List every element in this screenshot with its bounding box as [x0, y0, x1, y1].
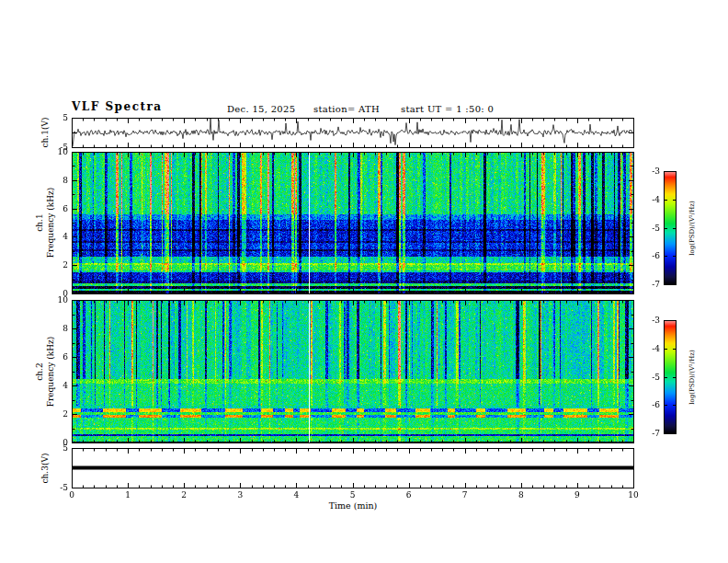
colorbar-tick-label: -4 — [638, 195, 660, 204]
colorbar-tick-label: -3 — [638, 316, 660, 325]
colorbar-tick-label: -6 — [638, 400, 660, 409]
ch2-frequency-tick-label: 10 — [42, 295, 68, 304]
ch1-frequency-tick-label: 10 — [42, 147, 68, 156]
ch1-frequency-tick-label: 2 — [42, 260, 68, 270]
x-tick-label: 3 — [231, 490, 249, 500]
ch1-frequency-tick-label: 8 — [42, 176, 68, 185]
station-label: station= ATH — [313, 105, 380, 114]
ch3-voltage-tick-label: 5 — [42, 443, 68, 453]
ch3-waveform-ylabel: ch.3(V) — [40, 454, 50, 484]
ch1-spectrogram — [72, 152, 634, 294]
colorbar1-label: log(PSD)/(V²/Hz) — [688, 201, 697, 255]
date-label: Dec. 15, 2025 — [227, 105, 295, 114]
ch2-frequency-tick-label: 2 — [42, 409, 68, 419]
x-tick-label: 5 — [344, 490, 362, 500]
start-ut-label: start UT = 1 :50: 0 — [401, 105, 494, 114]
ch2-frequency-tick-label: 0 — [42, 438, 68, 447]
ch2-spectrogram-channel-label: ch.2 — [35, 362, 44, 380]
colorbar-tick-label: -7 — [638, 429, 660, 438]
x-tick-label: 8 — [512, 490, 530, 500]
ch3-voltage-tick-label: -5 — [42, 483, 68, 492]
x-tick-label: 2 — [175, 490, 193, 500]
x-tick-label: 0 — [63, 490, 81, 500]
x-tick-label: 9 — [568, 490, 586, 500]
x-tick-label: 1 — [119, 490, 137, 500]
colorbar-tick-label: -7 — [638, 280, 660, 289]
x-axis-label: Time (min) — [329, 501, 378, 511]
figure-title: VLF Spectra — [72, 102, 163, 111]
ch1-spectrogram-channel-label: ch.1 — [35, 213, 44, 231]
colorbar-tick-label: -5 — [638, 373, 660, 382]
colorbar-tick-label: -5 — [638, 224, 660, 233]
colorbar2-label: log(PSD)/(V²/Hz) — [688, 350, 697, 404]
x-tick-label: 4 — [287, 490, 305, 500]
x-tick-label: 10 — [624, 490, 643, 500]
x-tick-label: 7 — [456, 490, 474, 500]
ch1-waveform-ylabel: ch.1(V) — [40, 118, 50, 148]
colorbar-tick-label: -6 — [638, 251, 660, 260]
vlf-spectra-figure: VLF Spectra Dec. 15, 2025 station= ATH s… — [0, 0, 728, 563]
colorbar-ch1 — [664, 171, 677, 285]
x-tick-label: 6 — [400, 490, 418, 500]
ch3-waveform-plot — [72, 448, 634, 488]
colorbar-tick-label: -3 — [638, 167, 660, 176]
ch1-spectrogram-ylabel: Frequency (kHz) — [46, 188, 55, 259]
colorbar-tick-label: -4 — [638, 344, 660, 353]
ch2-spectrogram — [72, 300, 634, 443]
ch2-spectrogram-ylabel: Frequency (kHz) — [46, 337, 55, 408]
ch1-waveform-plot — [72, 118, 634, 148]
ch2-frequency-tick-label: 8 — [42, 324, 68, 333]
colorbar-ch2 — [664, 320, 677, 434]
ch1-frequency-tick-label: 0 — [42, 289, 68, 298]
